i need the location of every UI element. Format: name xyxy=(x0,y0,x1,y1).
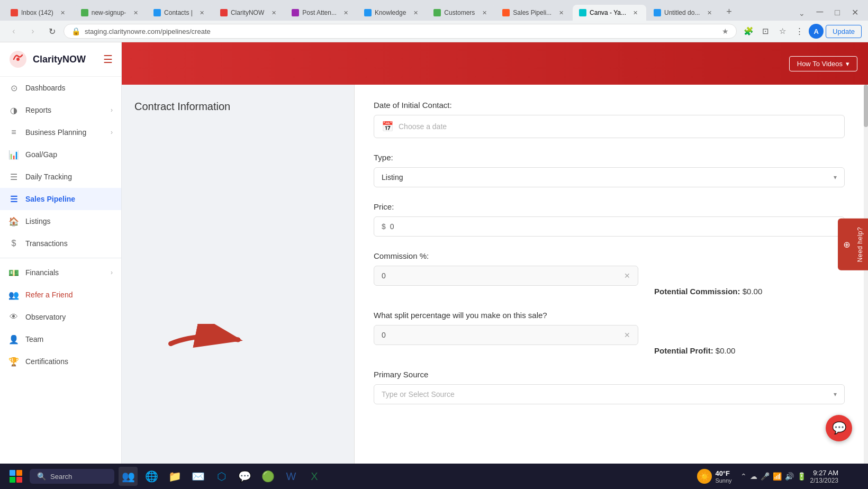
type-select[interactable]: Listing ▾ xyxy=(374,167,845,187)
nav-icon-observatory: 👁 xyxy=(8,312,19,322)
close-btn[interactable]: ✕ xyxy=(846,4,864,21)
sidebar-item-daily_tracking[interactable]: ☰ Daily Tracking xyxy=(0,166,121,188)
tab-close-post_attend[interactable]: ✕ xyxy=(342,8,350,17)
tab-close-customers[interactable]: ✕ xyxy=(480,8,489,17)
browser-tab-signup[interactable]: new-signup- ✕ xyxy=(75,5,146,21)
taskbar-clock[interactable]: 9:27 AM 2/13/2023 xyxy=(810,469,838,484)
right-panel[interactable]: Date of Initial Contact: 📅 Choose a date… xyxy=(355,85,864,464)
cloud-icon[interactable]: ☁ xyxy=(750,472,757,481)
calendar-icon: 📅 xyxy=(382,121,393,132)
split-label: What split percentage will you make on t… xyxy=(374,311,845,320)
sidebar-item-sales_pipeline[interactable]: ☰ Sales Pipeline xyxy=(0,188,121,210)
sidebar-item-observatory[interactable]: 👁 Observatory xyxy=(0,306,121,328)
source-placeholder: Type or Select Source xyxy=(382,390,834,399)
tab-favicon-claritynow xyxy=(220,9,228,16)
browser-tab-claritynow[interactable]: ClarityNOW ✕ xyxy=(214,5,284,21)
taskbar-dell-app[interactable]: ⬡ xyxy=(212,467,231,486)
sidebar-item-listings[interactable]: 🏠 Listings xyxy=(0,210,121,232)
battery-icon[interactable]: 🔋 xyxy=(797,472,806,481)
min-btn[interactable]: ─ xyxy=(811,3,829,21)
nav-label-refer_friend: Refer a Friend xyxy=(25,291,113,299)
tab-close-untitled[interactable]: ✕ xyxy=(705,8,713,17)
price-input[interactable]: $ 0 xyxy=(374,216,845,237)
sidebar-item-reports[interactable]: ◑ Reports › xyxy=(0,99,121,121)
source-select[interactable]: Type or Select Source ▾ xyxy=(374,384,845,404)
tab-close-claritynow[interactable]: ✕ xyxy=(269,8,278,17)
taskbar-search[interactable]: 🔍 Search xyxy=(30,469,114,484)
taskbar-files-app[interactable]: 📁 xyxy=(165,467,184,486)
taskbar-mail-app[interactable]: ✉️ xyxy=(188,467,207,486)
up-arrow-icon[interactable]: ⌃ xyxy=(740,472,747,481)
potential-profit-label: Potential Profit: xyxy=(654,346,713,355)
potential-commission-label: Potential Commission: xyxy=(654,287,740,296)
browser-tab-contacts[interactable]: Contacts | ✕ xyxy=(147,5,213,21)
wifi-icon[interactable]: 📶 xyxy=(773,472,782,481)
commission-input[interactable]: 0 ✕ xyxy=(374,266,638,286)
tab-close-canva[interactable]: ✕ xyxy=(631,8,640,17)
notifications-area[interactable] xyxy=(843,467,862,486)
taskbar-word-app[interactable]: W xyxy=(282,467,301,486)
tab-favicon-knowledge xyxy=(364,9,372,16)
chat-btn[interactable]: 💬 xyxy=(826,415,852,441)
tab-close-sales_pipe[interactable]: ✕ xyxy=(557,8,565,17)
taskbar-excel-app[interactable]: X xyxy=(305,467,324,486)
browser-tab-customers[interactable]: Customers ✕ xyxy=(427,5,495,21)
sidebar-item-team[interactable]: 👤 Team xyxy=(0,328,121,350)
tab-title-canva: Canva - Ya... xyxy=(590,9,626,16)
sidebar-item-financials[interactable]: 💵 Financials › xyxy=(0,261,121,284)
sidebar-item-goal_gap[interactable]: 📊 Goal/Gap xyxy=(0,143,121,166)
need-help-btn[interactable]: Need help? ⊕ xyxy=(838,219,868,270)
browser-tab-knowledge[interactable]: Knowledge ✕ xyxy=(358,5,426,21)
address-bar[interactable]: 🔒 staging.claritynowre.com/pipelines/cre… xyxy=(64,24,737,39)
update-btn[interactable]: Update xyxy=(826,25,862,38)
logo-icon xyxy=(8,50,28,69)
extensions-icon[interactable]: 🧩 xyxy=(741,24,756,39)
tab-overflow-btn[interactable]: ⌄ xyxy=(793,6,810,21)
sidebar-item-certifications[interactable]: 🏆 Certifications xyxy=(0,350,121,373)
price-label: Price: xyxy=(374,202,845,211)
contract-info-title: Contract Information xyxy=(134,101,341,113)
content-area: Contract Information xyxy=(122,85,868,464)
start-button[interactable] xyxy=(6,467,25,486)
toolbar-icons: 🧩 ⊡ ☆ ⋮ A Update xyxy=(741,24,862,39)
nav-label-observatory: Observatory xyxy=(25,313,113,321)
back-btn[interactable]: ‹ xyxy=(6,24,21,39)
taskbar-chat-app[interactable]: 💬 xyxy=(235,467,254,486)
new-tab-btn[interactable]: + xyxy=(721,3,737,21)
sidebar-item-dashboards[interactable]: ⊙ Dashboards xyxy=(0,77,121,99)
taskbar-edge-app[interactable]: 🌐 xyxy=(142,467,161,486)
sidebar-item-business_planning[interactable]: ≡ Business Planning › xyxy=(0,121,121,143)
tab-close-contacts[interactable]: ✕ xyxy=(198,8,206,17)
how-to-videos-btn[interactable]: How To Videos ▾ xyxy=(789,56,857,71)
taskbar-edge2-app[interactable]: 🟢 xyxy=(258,467,277,486)
split-value: 0 xyxy=(382,331,624,339)
scrollbar-thumb[interactable] xyxy=(864,85,868,127)
cast-icon[interactable]: ⊡ xyxy=(758,24,773,39)
weather-widget: ☀️ 40°F Sunny xyxy=(697,469,731,484)
tab-close-gmail[interactable]: ✕ xyxy=(59,8,67,17)
max-btn[interactable]: □ xyxy=(829,5,845,21)
tab-close-knowledge[interactable]: ✕ xyxy=(411,8,420,17)
date-input[interactable]: 📅 Choose a date xyxy=(374,115,845,138)
hamburger-icon[interactable]: ☰ xyxy=(103,53,113,66)
weather-condition: Sunny xyxy=(715,477,731,484)
taskbar-teams-app[interactable]: 👥 xyxy=(119,467,138,486)
more-icon[interactable]: ⋮ xyxy=(792,24,807,39)
mic-icon[interactable]: 🎤 xyxy=(761,472,770,481)
volume-icon[interactable]: 🔊 xyxy=(785,472,794,481)
sidebar-item-transactions[interactable]: $ Transactions xyxy=(0,232,121,255)
browser-tab-untitled[interactable]: Untitled do... ✕ xyxy=(647,5,720,21)
bookmark-icon[interactable]: ☆ xyxy=(775,24,790,39)
scrollbar[interactable] xyxy=(864,85,868,464)
browser-tab-gmail[interactable]: Inbox (142) ✕ xyxy=(4,5,74,21)
split-input[interactable]: 0 ✕ xyxy=(374,325,638,345)
profile-btn[interactable]: A xyxy=(809,24,824,39)
browser-tab-canva[interactable]: Canva - Ya... ✕ xyxy=(573,5,646,21)
type-value: Listing xyxy=(382,173,834,182)
browser-tab-post_attend[interactable]: Post Atten... ✕ xyxy=(285,5,357,21)
forward-btn[interactable]: › xyxy=(25,24,40,39)
reload-btn[interactable]: ↻ xyxy=(44,24,59,39)
tab-close-signup[interactable]: ✕ xyxy=(131,8,140,17)
browser-tab-sales_pipe[interactable]: Sales Pipeli... ✕ xyxy=(496,5,572,21)
sidebar-item-refer_friend[interactable]: 👥 Refer a Friend xyxy=(0,284,121,306)
